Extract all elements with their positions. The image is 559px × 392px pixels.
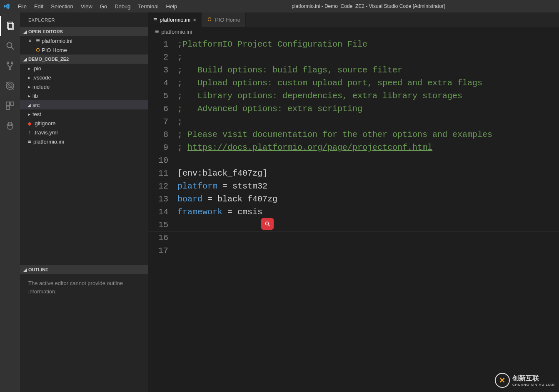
code-line[interactable]: ; Upload options: custom upload port, sp…: [177, 77, 492, 89]
folder-pio[interactable]: ▸.pio: [20, 64, 148, 73]
chevron-down-icon: ◢: [22, 267, 28, 273]
code-line[interactable]: framework = cmsis: [177, 206, 492, 218]
menu-view[interactable]: View: [77, 2, 96, 11]
search-bubble-icon[interactable]: [261, 218, 274, 230]
tab-label: platformio.ini: [160, 17, 190, 23]
code-line[interactable]: [177, 154, 492, 167]
open-editor-platformio[interactable]: × ≡ platformio.ini: [20, 36, 148, 45]
outline-header[interactable]: ◢ OUTLINE: [20, 265, 148, 274]
menu-bar: File Edit Selection View Go Debug Termin…: [14, 2, 181, 11]
svg-point-5: [11, 62, 13, 64]
svg-line-19: [37, 48, 37, 49]
menu-terminal[interactable]: Terminal: [134, 2, 162, 11]
tree-label: include: [32, 84, 50, 90]
code-line[interactable]: [177, 218, 492, 231]
line-number: 12: [148, 180, 168, 193]
svg-point-14: [8, 125, 10, 126]
code-line[interactable]: platform = ststm32: [177, 180, 492, 193]
line-number: 6: [148, 102, 168, 115]
open-editors-list: × ≡ platformio.ini PIO Home: [20, 36, 148, 55]
explorer-activity-icon[interactable]: [0, 16, 20, 36]
line-number: 1: [148, 38, 168, 51]
menu-edit[interactable]: Edit: [30, 2, 47, 11]
code-line[interactable]: [177, 231, 492, 244]
file-gitignore[interactable]: ◆.gitignore: [20, 119, 148, 128]
folder-vscode[interactable]: ▸.vscode: [20, 73, 148, 82]
line-number: 8: [148, 128, 168, 141]
tree-label: .vscode: [32, 74, 51, 81]
tree-label: src: [32, 102, 40, 108]
code-line[interactable]: ;: [177, 51, 492, 64]
editor-tabs: ≡ platformio.ini × PIO Home: [148, 12, 559, 27]
code-line[interactable]: [env:black_f407zg]: [177, 167, 492, 180]
tab-platformio[interactable]: ≡ platformio.ini ×: [148, 12, 202, 27]
code-line[interactable]: ; Library options: dependencies, extra l…: [177, 89, 492, 102]
line-number: 9: [148, 141, 168, 154]
tree-label: lib: [32, 93, 38, 99]
menu-selection[interactable]: Selection: [47, 2, 77, 11]
breadcrumb-label: platformio.ini: [161, 29, 192, 35]
folder-test[interactable]: ▸test: [20, 109, 148, 119]
watermark-brand: 创新互联: [512, 374, 555, 383]
open-editors-header[interactable]: ◢ OPEN EDITORS: [20, 27, 148, 36]
extensions-activity-icon[interactable]: [0, 96, 20, 116]
menu-debug[interactable]: Debug: [111, 2, 134, 11]
file-travis[interactable]: !.travis.yml: [20, 128, 148, 137]
window-title: platformio.ini - Demo_Code_ZE2 - Visual …: [181, 3, 556, 9]
tab-piohome[interactable]: PIO Home: [202, 12, 246, 27]
code-line[interactable]: ; Advanced options: extra scripting: [177, 102, 492, 115]
platformio-activity-icon[interactable]: [0, 116, 20, 136]
breadcrumbs[interactable]: ≡ platformio.ini: [148, 27, 559, 36]
svg-rect-11: [10, 102, 14, 105]
chevron-right-icon: ▸: [26, 94, 32, 98]
line-number: 13: [148, 193, 168, 206]
code-line[interactable]: ; Build options: build flags, source fil…: [177, 64, 492, 77]
line-number: 7: [148, 115, 168, 128]
settings-icon: ≡: [155, 28, 159, 35]
spacer-icon: [26, 47, 34, 53]
chevron-down-icon: ◢: [22, 57, 28, 62]
folder-lib[interactable]: ▸lib: [20, 91, 148, 100]
project-header[interactable]: ◢ DEMO_CODE_ZE2: [20, 55, 148, 64]
chevron-right-icon: ▸: [26, 75, 32, 80]
svg-point-21: [208, 18, 211, 21]
debug-activity-icon[interactable]: [0, 76, 20, 96]
chevron-right-icon: ▸: [26, 112, 32, 117]
folder-src[interactable]: ◢src: [20, 100, 148, 109]
watermark-icon: ✕: [495, 373, 510, 388]
menu-help[interactable]: Help: [162, 2, 181, 11]
code-line[interactable]: ; https://docs.platformio.org/page/proje…: [177, 141, 492, 154]
line-number: 5: [148, 89, 168, 102]
file-platformio-ini[interactable]: ≡platformio.ini: [20, 137, 148, 146]
line-number: 4: [148, 77, 168, 89]
source-control-activity-icon[interactable]: [0, 56, 20, 76]
menu-go[interactable]: Go: [96, 2, 111, 11]
project-label: DEMO_CODE_ZE2: [28, 57, 69, 62]
outline-label: OUTLINE: [28, 267, 48, 272]
chevron-down-icon: ◢: [22, 29, 28, 35]
svg-line-25: [268, 225, 270, 226]
tree-label: .gitignore: [33, 120, 55, 127]
svg-rect-12: [6, 106, 10, 109]
close-icon[interactable]: ×: [193, 17, 196, 23]
open-editor-piohome[interactable]: PIO Home: [20, 45, 148, 55]
menu-file[interactable]: File: [14, 2, 30, 11]
watermark-logo: ✕ 创新互联 CHUANG XIN HU LIAN: [495, 373, 555, 388]
code-content[interactable]: ;PlatformIO Project Configuration File;;…: [177, 38, 492, 257]
open-editor-label: PIO Home: [42, 47, 67, 53]
code-line[interactable]: board = black_f407zg: [177, 193, 492, 206]
tab-label: PIO Home: [215, 17, 240, 23]
yaml-icon: !: [26, 129, 33, 136]
close-icon[interactable]: ×: [26, 37, 34, 44]
pio-icon: [34, 47, 42, 53]
code-line[interactable]: ;PlatformIO Project Configuration File: [177, 38, 492, 51]
code-line[interactable]: ; Please visit documentation for the oth…: [177, 128, 492, 141]
svg-point-18: [37, 49, 40, 52]
code-line[interactable]: ;: [177, 115, 492, 128]
line-number: 15: [148, 218, 168, 231]
code-line[interactable]: [177, 244, 492, 257]
folder-include[interactable]: ▸include: [20, 82, 148, 91]
code-editor[interactable]: 1234567891011121314151617 ;PlatformIO Pr…: [148, 36, 559, 257]
svg-point-13: [7, 123, 13, 129]
search-activity-icon[interactable]: [0, 36, 20, 56]
